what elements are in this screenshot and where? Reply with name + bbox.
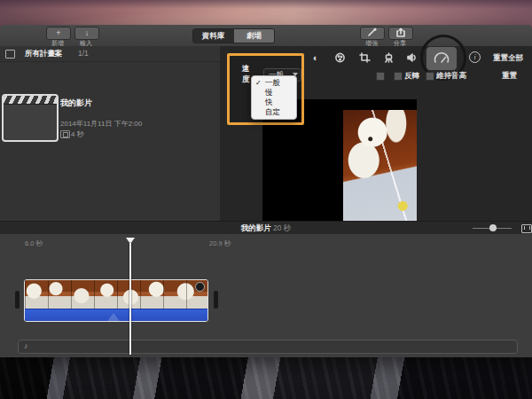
info-button[interactable]: i: [469, 51, 481, 63]
info-icon: i: [473, 53, 475, 61]
magic-wand-icon: [367, 30, 378, 39]
project-date: 2014年11月11日 下午2:00: [60, 119, 142, 129]
video-frame-dog: [343, 110, 417, 222]
share-icon: [395, 30, 406, 39]
trim-handle-right[interactable]: [214, 291, 218, 309]
clip-appearance-icon[interactable]: [521, 224, 532, 233]
menu-item-normal[interactable]: ✓ 一般: [252, 78, 296, 88]
timeline-clip[interactable]: [24, 279, 208, 322]
sidebar-header: 所有計畫案 1/1: [0, 46, 220, 62]
timeline-clip-title: 我的影片: [241, 223, 271, 232]
volume-icon[interactable]: [404, 51, 419, 64]
preserve-pitch-checkbox[interactable]: [426, 72, 434, 81]
timeline-header: 我的影片 20 秒: [0, 221, 532, 235]
download-arrow-icon: ↓: [85, 28, 90, 37]
new-project-button[interactable]: +: [46, 27, 71, 40]
clip-speed-badge-icon[interactable]: [195, 282, 205, 292]
preserve-pitch-label: 維持音高: [436, 71, 466, 82]
projects-count: 1/1: [78, 49, 89, 58]
clip-audio-waveform: [25, 309, 207, 321]
enhance-button[interactable]: [360, 27, 385, 40]
viewer-pane: ◐ i 重置全部 反轉 維持音高 重置: [220, 46, 532, 222]
crop-icon[interactable]: [357, 51, 372, 64]
plus-icon: +: [56, 28, 60, 37]
background-music-well[interactable]: ♪: [18, 340, 518, 354]
tab-library[interactable]: 資料庫: [193, 29, 233, 43]
reset-button[interactable]: 重置: [502, 71, 517, 82]
imovie-window: + 新增 ↓ 輸入 資料庫 劇場 增強 分享 所有計畫案 1/1: [0, 25, 532, 357]
reverse-label: 反轉: [404, 71, 419, 82]
sidebar-toggle-icon[interactable]: [5, 50, 15, 59]
timeline-clip-info: 我的影片 20 秒: [0, 223, 532, 234]
menu-item-slow[interactable]: 慢: [252, 88, 296, 98]
trim-handle-left[interactable]: [15, 291, 20, 309]
clapperboard-stripes-icon: [4, 96, 57, 105]
film-frame-icon: [60, 130, 70, 138]
view-switcher: 資料庫 劇場: [192, 28, 275, 43]
project-duration: 4 秒: [71, 129, 84, 139]
timeline: 6.0 秒 20.9 秒 ♪: [0, 234, 532, 357]
music-note-icon: ♪: [24, 341, 28, 350]
playhead-line[interactable]: [129, 243, 131, 355]
share-button[interactable]: [388, 27, 413, 40]
project-thumbnail[interactable]: [2, 94, 59, 142]
clip-filmstrip: [25, 280, 207, 309]
all-projects-title: 所有計畫案: [25, 49, 63, 59]
speed-menu: ✓ 一般 慢 快 自定: [251, 75, 297, 120]
menu-item-fast[interactable]: 快: [252, 98, 296, 107]
zoom-slider-thumb[interactable]: [489, 224, 497, 231]
project-title[interactable]: 我的影片: [60, 98, 92, 109]
tab-theater[interactable]: 劇場: [233, 29, 274, 43]
desktop-wallpaper-bottom: [0, 357, 532, 399]
reset-all-button[interactable]: 重置全部: [493, 53, 523, 64]
reverse-checkbox[interactable]: [394, 72, 403, 81]
check-icon: ✓: [255, 78, 262, 88]
import-button[interactable]: ↓: [74, 27, 99, 40]
projects-sidebar: 所有計畫案 1/1 我的影片 2014年11月11日 下午2:00 4 秒: [0, 46, 221, 222]
timeline-clip-duration: 20 秒: [273, 223, 291, 232]
ruler-tick-right: 20.9 秒: [209, 239, 231, 248]
color-correction-icon[interactable]: [332, 51, 347, 64]
color-balance-icon[interactable]: ◐: [309, 51, 323, 64]
menu-item-custom[interactable]: 自定: [252, 107, 296, 117]
hidden-checkbox[interactable]: [376, 72, 385, 81]
ruler-tick-left: 6.0 秒: [25, 239, 43, 248]
stabilization-icon[interactable]: [381, 51, 395, 64]
